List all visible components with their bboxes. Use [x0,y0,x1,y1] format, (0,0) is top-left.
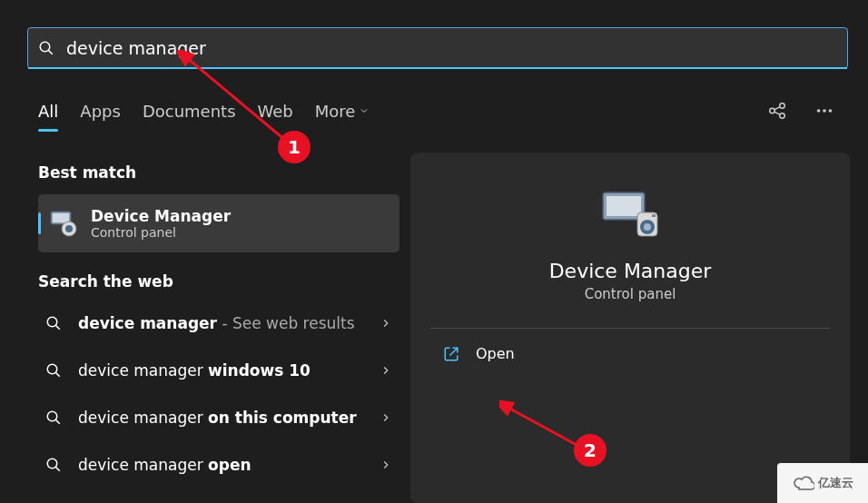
tab-more[interactable]: More [315,102,370,121]
web-result-text: device manager - See web results [78,314,363,332]
search-icon [45,362,62,379]
web-results-list: device manager - See web results device … [38,303,399,485]
chevron-right-icon [380,411,392,424]
svg-line-19 [56,420,60,424]
web-result-item[interactable]: device manager - See web results [38,303,399,343]
search-filter-tabs: All Apps Documents Web More [38,98,837,123]
search-icon [45,409,62,426]
search-icon [45,315,62,331]
device-manager-icon [49,209,78,238]
svg-line-5 [774,107,780,110]
more-options-icon[interactable] [812,98,837,123]
svg-point-9 [829,109,833,113]
best-match-subtitle: Control panel [91,225,231,240]
annotation-badge-1: 1 [278,131,311,163]
svg-line-1 [49,51,53,54]
tab-more-label: More [315,102,356,121]
web-result-text: device manager open [78,456,363,474]
search-input[interactable] [66,38,838,58]
search-icon [45,457,62,473]
annotation-badge-2: 2 [574,434,607,467]
svg-rect-27 [652,214,656,217]
search-icon [37,39,55,57]
svg-point-16 [47,364,57,374]
svg-point-2 [770,108,775,113]
chevron-right-icon [380,317,392,330]
web-result-text: device manager on this computer [78,409,363,427]
svg-point-3 [780,104,785,109]
open-external-icon [443,346,459,362]
chevron-right-icon [380,364,392,377]
svg-rect-11 [53,213,69,222]
best-match-heading: Best match [38,163,399,182]
search-focus-underline [28,67,847,69]
svg-point-26 [644,223,651,231]
svg-point-8 [823,109,826,113]
tab-apps[interactable]: Apps [80,102,121,121]
svg-rect-23 [607,196,641,216]
share-icon[interactable] [764,98,790,123]
details-subtitle: Control panel [585,286,676,302]
svg-point-4 [780,113,785,119]
svg-line-15 [56,326,60,330]
tab-all[interactable]: All [38,102,58,121]
svg-point-7 [817,109,821,113]
svg-line-21 [56,468,60,471]
web-heading: Search the web [38,272,399,291]
web-result-item[interactable]: device manager windows 10 [38,350,399,390]
svg-line-6 [774,112,780,114]
web-result-item[interactable]: device manager open [38,445,399,485]
device-manager-large-icon [597,189,663,243]
results-left-column: Best match Device Manager Control panel … [38,163,399,485]
tab-documents[interactable]: Documents [143,102,236,121]
svg-point-14 [47,317,57,327]
svg-point-13 [65,225,73,232]
open-label: Open [476,345,515,362]
chevron-down-icon [359,105,370,116]
web-result-text: device manager windows 10 [78,361,363,380]
open-action[interactable]: Open [430,329,830,379]
svg-point-18 [47,411,57,421]
search-bar[interactable] [27,27,848,69]
details-pane: Device Manager Control panel Open [410,153,850,503]
svg-point-0 [40,42,50,52]
web-result-item[interactable]: device manager on this computer [38,398,399,438]
best-match-title: Device Manager [91,207,231,225]
watermark: 亿速云 [777,463,868,503]
best-match-result[interactable]: Device Manager Control panel [38,194,399,252]
svg-point-20 [47,459,57,468]
svg-line-17 [56,373,60,377]
tab-web[interactable]: Web [258,102,293,121]
details-title: Device Manager [549,260,712,282]
chevron-right-icon [380,459,392,471]
